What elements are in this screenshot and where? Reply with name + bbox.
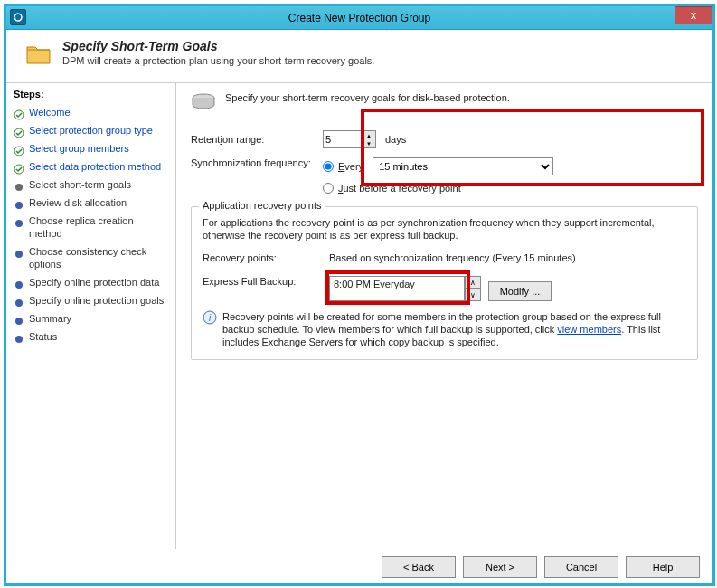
- retention-label: Retention range:: [191, 134, 317, 145]
- svg-point-4: [15, 184, 23, 191]
- recovery-points-label: Recovery points:: [203, 252, 329, 263]
- wizard-footer: < Back Next > Cancel Help: [382, 556, 700, 578]
- svg-point-5: [15, 202, 23, 209]
- title-bar: Create New Protection Group x: [6, 6, 712, 30]
- view-members-link[interactable]: view members: [557, 324, 621, 335]
- efb-down-button[interactable]: ∨: [465, 289, 481, 301]
- check-icon: [14, 144, 24, 155]
- step-item: Status: [14, 327, 168, 346]
- bullet-icon: [14, 332, 24, 343]
- step-label: Status: [29, 330, 57, 343]
- step-item: Specify online protection data: [14, 273, 168, 291]
- step-item: Choose consistency check options: [14, 242, 168, 273]
- bullet-icon: [14, 278, 24, 289]
- step-label: Select data protection method: [29, 160, 161, 173]
- step-label: Select short-term goals: [29, 178, 131, 191]
- bullet-icon: [14, 180, 24, 191]
- svg-point-9: [15, 299, 23, 307]
- steps-sidebar: Steps: WelcomeSelect protection group ty…: [6, 82, 176, 549]
- sync-freq-label: Synchronization frequency:: [191, 157, 317, 168]
- recovery-points-value: Based on synchronization frequency (Ever…: [329, 252, 576, 263]
- modify-button[interactable]: Modify ...: [488, 281, 552, 301]
- page-title: Specify Short-Term Goals: [62, 39, 374, 53]
- efb-schedule-list[interactable]: 8:00 PM Everyday: [329, 276, 465, 301]
- check-icon: [14, 126, 24, 137]
- step-label: Specify online protection data: [29, 276, 159, 289]
- spinner-down-icon[interactable]: ▼: [363, 139, 375, 147]
- wizard-header: Specify Short-Term Goals DPM will create…: [6, 30, 712, 75]
- step-label: Welcome: [29, 106, 71, 119]
- step-label: Select protection group type: [29, 124, 153, 137]
- bullet-icon: [14, 296, 24, 307]
- retention-input[interactable]: [323, 130, 363, 148]
- step-label: Specify online protection goals: [29, 294, 164, 307]
- retention-unit: days: [385, 134, 406, 145]
- step-item[interactable]: Select protection group type: [14, 121, 168, 139]
- step-label: Review disk allocation: [29, 196, 127, 209]
- group-desc: For applications the recovery point is a…: [203, 216, 686, 242]
- sync-justbefore-radio[interactable]: [323, 183, 334, 194]
- wizard-content: Specify your short-term recovery goals f…: [176, 82, 712, 549]
- retention-spinner[interactable]: ▲ ▼: [363, 130, 376, 148]
- info-text: Recovery points will be created for some…: [222, 310, 686, 348]
- step-item[interactable]: Select group members: [14, 139, 168, 157]
- bullet-icon: [14, 314, 24, 325]
- next-button[interactable]: Next >: [463, 556, 537, 578]
- svg-point-10: [15, 318, 23, 325]
- step-item: Choose replica creation method: [14, 212, 168, 242]
- wizard-window: Create New Protection Group x Specify Sh…: [4, 4, 715, 586]
- sync-every-label: Every: [338, 161, 363, 172]
- check-icon: [14, 162, 24, 173]
- intro-text: Specify your short-term recovery goals f…: [225, 92, 510, 103]
- step-item: Review disk allocation: [14, 194, 168, 212]
- step-item: Summary: [14, 309, 168, 327]
- disk-icon: [191, 92, 216, 110]
- cancel-button[interactable]: Cancel: [544, 556, 618, 578]
- step-item[interactable]: Select data protection method: [14, 157, 168, 175]
- sync-every-radio[interactable]: [323, 161, 334, 172]
- folder-icon: [24, 39, 53, 68]
- step-label: Select group members: [29, 142, 129, 155]
- step-item: Select short-term goals: [14, 175, 168, 194]
- check-icon: [14, 108, 24, 119]
- close-button[interactable]: x: [675, 6, 712, 24]
- spinner-up-icon[interactable]: ▲: [363, 131, 375, 139]
- step-item[interactable]: Welcome: [14, 103, 168, 121]
- back-button[interactable]: < Back: [382, 556, 456, 578]
- step-label: Choose consistency check options: [29, 245, 168, 270]
- sync-interval-combo[interactable]: 15 minutes: [373, 157, 553, 175]
- bullet-icon: [14, 198, 24, 209]
- app-recovery-group: Application recovery points For applicat…: [191, 206, 698, 360]
- group-legend: Application recovery points: [199, 200, 325, 211]
- step-label: Summary: [29, 312, 71, 325]
- help-button[interactable]: Help: [626, 556, 700, 578]
- step-item: Specify online protection goals: [14, 291, 168, 309]
- efb-label: Express Full Backup:: [203, 276, 329, 287]
- sync-justbefore-label: Just before a recovery point: [338, 183, 461, 194]
- svg-point-8: [15, 281, 23, 289]
- steps-heading: Steps:: [14, 89, 168, 100]
- efb-up-button[interactable]: ∧: [465, 276, 481, 289]
- svg-point-7: [15, 251, 23, 258]
- svg-point-11: [15, 336, 23, 343]
- svg-point-6: [15, 220, 23, 227]
- bullet-icon: [14, 247, 24, 258]
- app-icon: [10, 9, 26, 25]
- step-label: Choose replica creation method: [29, 214, 168, 240]
- window-title: Create New Protection Group: [6, 6, 712, 30]
- info-icon: i: [203, 310, 217, 325]
- bullet-icon: [14, 216, 24, 227]
- page-subtitle: DPM will create a protection plan using …: [62, 55, 374, 66]
